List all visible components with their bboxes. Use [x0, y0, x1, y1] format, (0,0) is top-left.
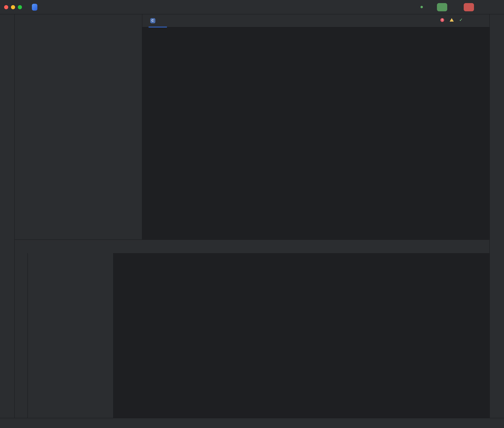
debug-button[interactable] — [451, 2, 460, 12]
error-stripe[interactable] — [485, 27, 489, 239]
build-tree — [28, 253, 113, 418]
chevron-down-icon[interactable] — [20, 18, 26, 24]
next-problem-icon[interactable] — [474, 17, 480, 23]
run-toolbar — [396, 2, 487, 12]
device-icon — [399, 4, 404, 10]
project-logo-icon — [32, 4, 37, 10]
previous-problem-icon[interactable] — [468, 17, 474, 23]
more-run-options-button[interactable] — [478, 2, 487, 12]
titlebar — [0, 0, 504, 14]
build-toolbar — [15, 253, 28, 418]
build-panel — [15, 239, 489, 418]
project-panel — [15, 14, 142, 239]
error-icon: ! — [440, 18, 444, 22]
chevron-down-icon — [42, 5, 46, 9]
rerun-button[interactable] — [437, 3, 447, 11]
build-panel-header — [15, 240, 489, 253]
inspections-widget[interactable]: ! ✓ — [440, 17, 480, 23]
close-tab-icon[interactable] — [160, 18, 166, 24]
chevron-down-icon — [408, 5, 412, 9]
chevron-down-icon — [427, 5, 431, 9]
ide-window: C ! — [0, 0, 504, 428]
cpp-file-icon: C — [150, 18, 155, 24]
project-tree — [15, 27, 142, 239]
status-bar — [0, 418, 504, 428]
warning-icon — [450, 18, 454, 22]
editor-tab-bar: C — [142, 14, 489, 27]
vcs-branch-icon — [53, 4, 59, 10]
editor: C ! — [142, 14, 489, 239]
build-console[interactable] — [113, 253, 489, 418]
editor-tab-ai-chat-cpp[interactable]: C — [147, 14, 168, 27]
right-tool-strip — [489, 14, 504, 418]
project-panel-header — [15, 14, 142, 27]
stop-button[interactable] — [464, 3, 474, 11]
branch-selector[interactable] — [51, 3, 69, 11]
run-configuration-selector[interactable] — [418, 4, 434, 10]
left-tool-strip — [0, 14, 15, 418]
code-area[interactable] — [142, 27, 489, 239]
window-minimize-button[interactable] — [11, 5, 15, 9]
project-selector[interactable] — [29, 3, 48, 11]
warning-count[interactable] — [450, 18, 455, 22]
window-zoom-button[interactable] — [18, 5, 22, 9]
error-count[interactable]: ! — [440, 18, 445, 22]
passed-count[interactable]: ✓ — [459, 17, 464, 22]
window-close-button[interactable] — [4, 5, 8, 9]
editor-options-icon[interactable] — [480, 18, 486, 24]
check-icon: ✓ — [459, 17, 463, 22]
device-selector[interactable] — [396, 3, 415, 11]
main-area: C ! — [0, 14, 504, 418]
running-indicator-icon — [420, 6, 423, 8]
chevron-down-icon — [63, 5, 67, 9]
